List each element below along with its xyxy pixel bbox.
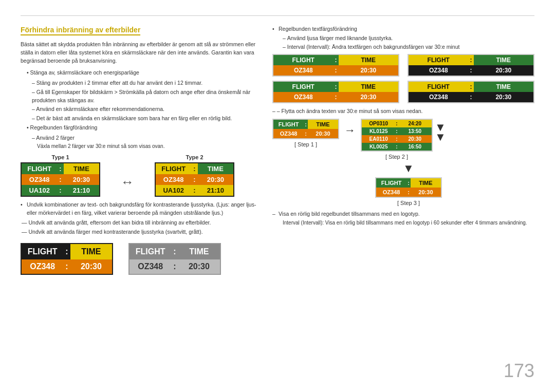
rb1-hc: : [334,55,339,65]
rb1-r2: 20:30 [339,65,399,76]
step2-label: [ Step 2 ] [361,154,433,160]
step3-arrow: ▼ [403,162,414,175]
bottom-boards: FLIGHT : TIME OZ348 : 20:30 [21,243,257,275]
bottom-board-2-inner: FLIGHT : TIME OZ348 : 20:30 [128,243,221,275]
rb1-rc: : [334,65,339,76]
rb2-r2: 20:30 [474,65,534,76]
bb2-r1-colon: : [171,259,178,274]
type2-row1: OZ348 : 20:30 [156,174,233,185]
bottom-board-1: FLIGHT : TIME OZ348 : 20:30 [21,243,113,275]
move-note: –– Flytta och ändra texten var 30:e minu… [272,107,534,116]
type2-h-colon: : [191,163,197,174]
rb1-row1: OZ348 : 20:30 [273,65,398,76]
step1-row1: OZ348 : 20:30 [273,129,338,138]
s3-rc: : [406,188,411,197]
right-boards-grid: FLIGHT : TIME OZ348 : 20:30 FLIGHT : [272,54,534,103]
dash-1-3: Använd en skärmsläckare efter rekommenda… [32,105,257,114]
bb2-r1-c2: 20:30 [178,259,220,274]
step2-block: OP0310 : 24:20 KL0125 : 13:50 [361,119,433,160]
s3-hc: : [406,178,411,188]
rb1-h2: TIME [339,55,399,65]
step3-section: ▼ FLIGHT : TIME OZ348 : 20:30 [ Step 3 ] [283,162,534,206]
s2r1c1: OP0310 [362,120,395,127]
s2-row4: KL0025 : 16:50 [362,143,432,151]
type2-r1-c2: 20:30 [198,174,233,185]
type1-header-row: FLIGHT : TIME [22,163,99,174]
rb2-hc: : [469,55,474,65]
rb2-header: FLIGHT : TIME [409,55,533,65]
rb2-r1: OZ348 [409,65,469,76]
rb3-h1: FLIGHT [273,82,334,92]
bb2-header: FLIGHT : TIME [130,244,220,259]
final-bullet-1: – Visa en rörlig bild regelbundet tillsa… [272,210,534,218]
left-column: Förhindra inbränning av efterbilder Bäst… [21,25,257,275]
s2r4c1: KL0025 [362,143,395,151]
type1-block: Type 1 FLIGHT : TIME OZ348 : 20:30 [21,154,100,197]
bb1-header: FLIGHT : TIME [22,244,112,259]
bb1-h-flight: FLIGHT [22,244,63,259]
step1-block: FLIGHT : TIME OZ348 : 20:30 [ Step 1 ] [272,119,339,147]
dash-1-4: Det är bäst att använda en skärmsläckare… [32,115,257,123]
rb3-header: FLIGHT : TIME [273,82,398,92]
s1-h2: TIME [308,120,338,129]
type2-r2-colon: : [191,185,197,196]
rb1-header: FLIGHT : TIME [273,55,398,65]
rb3-h2: TIME [339,82,399,92]
s1-h1: FLIGHT [273,120,304,129]
type1-h-flight: FLIGHT [22,163,57,174]
type2-r1-colon: : [191,174,197,185]
rb2-rc: : [469,65,474,76]
s2r4c2: 16:50 [398,143,432,151]
type1-r1-colon: : [57,174,63,185]
rb3-row1: OZ348 : 20:30 [273,92,398,102]
type1-h-colon: : [57,163,63,174]
s2-row1: OP0310 : 24:20 [362,120,432,127]
bullet-1: Stänga av, skärmsläckare och energisparl… [27,69,257,77]
type-arrow: ↔ [121,174,134,190]
bb1-r1-c1: OZ348 [22,259,63,274]
right-board-4: FLIGHT : TIME OZ348 : 20:30 [408,81,534,103]
rb4-header: FLIGHT : TIME [409,82,533,92]
s2-row3: EA0110 : 20:30 [362,135,432,143]
rb2-h1: FLIGHT [409,55,469,65]
bb1-h-time: TIME [70,244,112,259]
type1-row1: OZ348 : 20:30 [22,174,99,185]
bottom-board-2: FLIGHT : TIME OZ348 : 20:30 [128,243,221,275]
step-arrow-right: → [344,124,356,137]
s1-hc: : [304,120,308,129]
section-title: Förhindra inbränning av efterbilder [21,26,140,35]
type-boards-row: Type 1 FLIGHT : TIME OZ348 : 20:30 [21,154,257,197]
s2-row2: KL0125 : 13:50 [362,127,432,135]
rb4-hc: : [469,82,474,92]
bb2-r1-c1: OZ348 [130,259,171,274]
top-divider [21,15,534,16]
bb2-row1: OZ348 : 20:30 [130,259,220,274]
rb1-h1: FLIGHT [273,55,334,65]
rb3-r1: OZ348 [273,92,334,102]
bb1-r1-colon: : [63,259,70,274]
type1-r2-colon: : [57,185,63,196]
bb2-h-colon: : [171,244,178,259]
right-dash-2: –Interval (Intervall): Ändra textfärgen … [283,43,534,51]
s3-h1: FLIGHT [376,178,406,188]
s1-r1: OZ348 [273,129,304,138]
s1-rc: : [304,129,308,138]
avoid-2: —Undvik att använda grått, eftersom det … [21,219,257,227]
rb2-row1: OZ348 : 20:30 [409,65,533,76]
dash-1-1: Stäng av produkten i 2 timmar efter att … [32,79,257,87]
avoid-1: • Undvik kombinationer av text- och bakg… [21,201,257,217]
avoid-3: —Undvik att använda färger med kontraste… [21,228,257,236]
rb2-h2: TIME [474,55,534,65]
final-note-2: Interval (Intervall): Visa en rörlig bil… [283,219,534,227]
type2-block: Type 2 FLIGHT : TIME OZ348 : 20:30 [155,154,234,197]
type2-r1-c1: OZ348 [156,174,191,185]
step3-row1: OZ348 : 20:30 [376,188,441,197]
type1-r2-c1: UA102 [22,185,57,196]
bb1-row1: OZ348 : 20:30 [22,259,112,274]
right-dash-1: –Använd ljusa färger med liknande ljusst… [283,34,534,43]
rb4-h2: TIME [474,82,534,92]
intro-text: Bästa sättet att skydda produkten från i… [21,41,257,65]
final-notes: – Visa en rörlig bild regelbundet tillsa… [272,210,534,227]
type2-label: Type 2 [155,154,234,160]
type2-h-time: TIME [198,163,233,174]
